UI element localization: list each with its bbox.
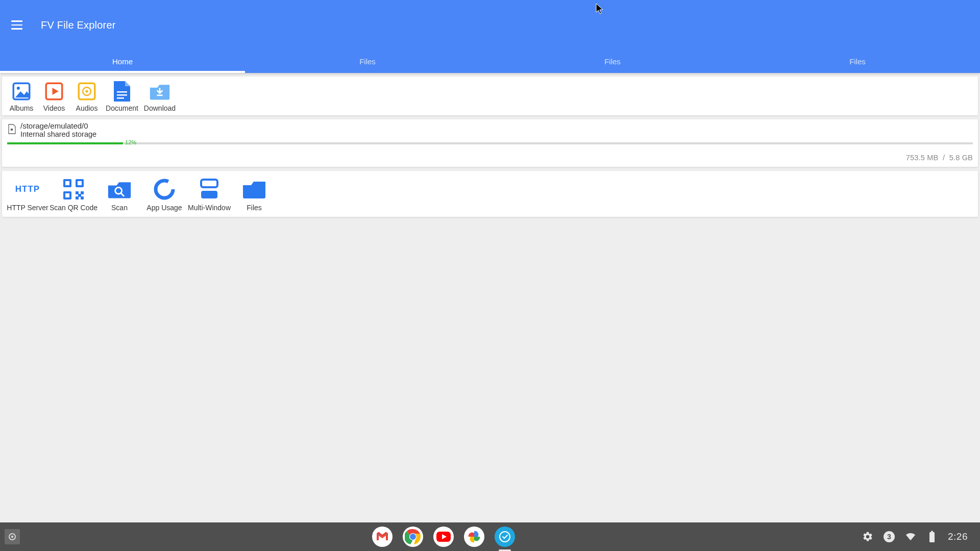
svg-rect-9	[157, 94, 163, 96]
storage-progress: 12%	[7, 142, 973, 144]
tool-scan[interactable]: Scan	[97, 177, 142, 212]
tool-label: Multi-Window	[188, 204, 231, 212]
tool-label: Scan QR Code	[50, 204, 97, 212]
folder-icon	[242, 177, 266, 202]
tool-label: Scan	[111, 204, 128, 212]
download-icon	[149, 81, 170, 102]
storage-sep: /	[943, 154, 945, 162]
http-icon: HTTP	[15, 177, 40, 202]
tab-files-2[interactable]: Files	[490, 50, 735, 73]
storage-percent-label: 12%	[125, 139, 136, 145]
multiwindow-icon	[197, 177, 222, 202]
tab-files-3[interactable]: Files	[735, 50, 980, 73]
tab-label: Files	[849, 57, 866, 66]
qr-icon	[61, 177, 86, 202]
header-top: FV File Explorer	[0, 0, 980, 50]
tool-label: HTTP Server	[7, 204, 48, 212]
svg-rect-6	[117, 91, 127, 93]
gmail-icon	[376, 532, 389, 542]
storage-path: /storage/emulated/0	[20, 121, 96, 130]
taskbar-right: 3 2:26	[862, 531, 980, 542]
content-area: Albums Videos Audios	[0, 73, 980, 223]
chrome-icon	[405, 529, 421, 545]
taskbar-app-chrome[interactable]	[403, 527, 423, 547]
category-audios[interactable]: Audios	[70, 81, 103, 112]
doc-icon	[111, 81, 133, 102]
tool-scan-qr[interactable]: Scan QR Code	[50, 177, 97, 212]
storage-name: Internal shared storage	[20, 130, 96, 138]
audio-icon	[76, 81, 97, 102]
storage-usage: 753.5 MB / 5.8 GB	[7, 154, 973, 162]
svg-point-5	[85, 90, 88, 92]
category-label: Download	[144, 104, 176, 112]
tab-files-1[interactable]: Files	[245, 50, 490, 73]
storage-panel[interactable]: /storage/emulated/0 Internal shared stor…	[2, 119, 978, 167]
photos-icon	[467, 530, 481, 544]
taskbar-left	[0, 529, 24, 544]
storage-header: /storage/emulated/0 Internal shared stor…	[7, 121, 973, 138]
category-albums[interactable]: Albums	[5, 81, 38, 112]
tools-row: HTTP HTTP Server Scan QR Code Scan	[2, 171, 978, 217]
tools-panel: HTTP HTTP Server Scan QR Code Scan	[2, 171, 978, 217]
svg-point-1	[17, 87, 20, 90]
category-label: Videos	[43, 104, 65, 112]
circle-icon	[8, 533, 16, 541]
tool-http-server[interactable]: HTTP HTTP Server	[5, 177, 50, 212]
taskbar: 3 2:26	[0, 522, 980, 551]
categories-panel: Albums Videos Audios	[2, 77, 978, 115]
taskbar-app-fv[interactable]	[495, 527, 515, 547]
donut-icon	[152, 177, 177, 202]
storage-progress-fill	[7, 142, 123, 144]
tab-label: Home	[112, 57, 133, 66]
svg-rect-16	[65, 193, 69, 197]
video-icon	[43, 81, 65, 102]
hamburger-icon[interactable]	[11, 17, 27, 33]
svg-rect-26	[201, 191, 217, 198]
launcher-button[interactable]	[5, 529, 20, 544]
app-header: FV File Explorer Home Files Files Files	[0, 0, 980, 73]
tool-label: App Usage	[146, 204, 182, 212]
storage-text: /storage/emulated/0 Internal shared stor…	[20, 121, 96, 138]
tool-files[interactable]: Files	[232, 177, 277, 212]
tab-home[interactable]: Home	[0, 50, 245, 73]
tab-label: Files	[359, 57, 376, 66]
wifi-icon[interactable]	[905, 531, 916, 542]
svg-point-10	[11, 129, 13, 131]
categories-row: Albums Videos Audios	[2, 77, 978, 115]
tool-label: Files	[247, 204, 262, 212]
app-title: FV File Explorer	[41, 19, 116, 31]
taskbar-app-photos[interactable]	[464, 527, 484, 547]
svg-rect-8	[117, 97, 124, 99]
category-download[interactable]: Download	[141, 81, 179, 112]
svg-rect-14	[78, 181, 82, 185]
folder-search-icon	[107, 177, 132, 202]
tool-app-usage[interactable]: App Usage	[142, 177, 187, 212]
youtube-icon	[436, 531, 451, 542]
svg-rect-34	[929, 532, 935, 542]
image-icon	[11, 81, 32, 102]
taskbar-app-youtube[interactable]	[433, 527, 454, 547]
tab-label: Files	[604, 57, 621, 66]
tool-multi-window[interactable]: Multi-Window	[187, 177, 232, 212]
clock[interactable]: 2:26	[948, 531, 968, 542]
notification-badge[interactable]: 3	[884, 531, 895, 542]
app-root: FV File Explorer Home Files Files Files …	[0, 0, 980, 551]
category-label: Albums	[10, 104, 34, 112]
svg-rect-25	[201, 180, 217, 187]
battery-icon[interactable]	[926, 531, 938, 542]
tabs: Home Files Files Files	[0, 50, 980, 73]
svg-rect-12	[65, 181, 69, 185]
taskbar-center	[24, 527, 862, 547]
svg-rect-21	[78, 194, 81, 197]
svg-rect-35	[931, 531, 933, 533]
category-label: Document	[106, 104, 138, 112]
storage-used: 753.5 MB	[906, 154, 939, 162]
taskbar-app-gmail[interactable]	[372, 527, 393, 547]
fv-icon	[499, 531, 511, 543]
settings-icon[interactable]	[862, 531, 873, 542]
category-document[interactable]: Document	[103, 81, 141, 112]
category-label: Audios	[76, 104, 98, 112]
svg-rect-7	[117, 94, 127, 96]
category-videos[interactable]: Videos	[38, 81, 70, 112]
storage-total: 5.8 GB	[949, 154, 973, 162]
